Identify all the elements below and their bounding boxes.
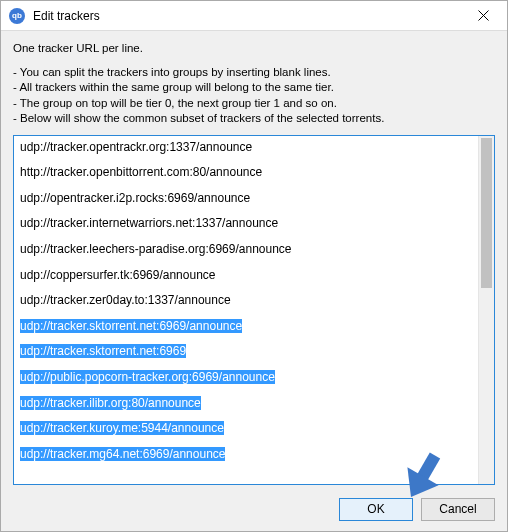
tracker-url-selected[interactable]: udp://tracker.mg64.net:6969/announce	[20, 447, 472, 463]
instructions-line: - Below will show the common subset of t…	[13, 111, 495, 127]
tracker-url[interactable]: udp://opentracker.i2p.rocks:6969/announc…	[20, 191, 472, 207]
tracker-url-selected[interactable]: udp://public.popcorn-tracker.org:6969/an…	[20, 370, 472, 386]
blank-line	[20, 334, 472, 344]
instructions-line: - The group on top will be tier 0, the n…	[13, 96, 495, 112]
titlebar: qb Edit trackers	[1, 1, 507, 31]
tracker-url[interactable]: udp://tracker.zer0day.to:1337/announce	[20, 293, 472, 309]
tracker-list-content[interactable]: udp://tracker.opentrackr.org:1337/announ…	[14, 136, 478, 484]
close-button[interactable]	[463, 2, 503, 30]
blank-line	[20, 411, 472, 421]
tracker-url-selected[interactable]: udp://tracker.ilibr.org:80/announce	[20, 396, 472, 412]
blank-line	[20, 232, 472, 242]
tracker-url-selected[interactable]: udp://tracker.kuroy.me:5944/announce	[20, 421, 472, 437]
window-title: Edit trackers	[33, 9, 463, 23]
instructions-line: - You can split the trackers into groups…	[13, 65, 495, 81]
scrollbar[interactable]	[478, 136, 494, 484]
app-icon: qb	[9, 8, 25, 24]
scrollbar-thumb[interactable]	[481, 138, 492, 288]
blank-line	[20, 258, 472, 268]
dialog-window: qb Edit trackers One tracker URL per lin…	[0, 0, 508, 532]
instructions-line: - All trackers within the same group wil…	[13, 80, 495, 96]
tracker-textarea[interactable]: udp://tracker.opentrackr.org:1337/announ…	[13, 135, 495, 485]
blank-line	[20, 360, 472, 370]
blank-line	[20, 155, 472, 165]
button-row: OK Cancel	[13, 485, 495, 523]
tracker-url-selected[interactable]: udp://tracker.sktorrent.net:6969	[20, 344, 472, 360]
tracker-url[interactable]: udp://tracker.leechers-paradise.org:6969…	[20, 242, 472, 258]
dialog-body: One tracker URL per line. - You can spli…	[1, 31, 507, 531]
instructions: One tracker URL per line. - You can spli…	[13, 41, 495, 127]
ok-button[interactable]: OK	[339, 498, 413, 521]
blank-line	[20, 386, 472, 396]
tracker-url-selected[interactable]: udp://tracker.sktorrent.net:6969/announc…	[20, 319, 472, 335]
blank-line	[20, 181, 472, 191]
blank-line	[20, 283, 472, 293]
tracker-url[interactable]: udp://tracker.internetwarriors.net:1337/…	[20, 216, 472, 232]
instructions-lead: One tracker URL per line.	[13, 41, 495, 57]
blank-line	[20, 206, 472, 216]
tracker-url[interactable]: udp://tracker.opentrackr.org:1337/announ…	[20, 140, 472, 156]
tracker-url[interactable]: http://tracker.openbittorrent.com:80/ann…	[20, 165, 472, 181]
tracker-url[interactable]: udp://coppersurfer.tk:6969/announce	[20, 268, 472, 284]
close-icon	[478, 10, 489, 21]
blank-line	[20, 437, 472, 447]
cancel-button[interactable]: Cancel	[421, 498, 495, 521]
blank-line	[20, 309, 472, 319]
